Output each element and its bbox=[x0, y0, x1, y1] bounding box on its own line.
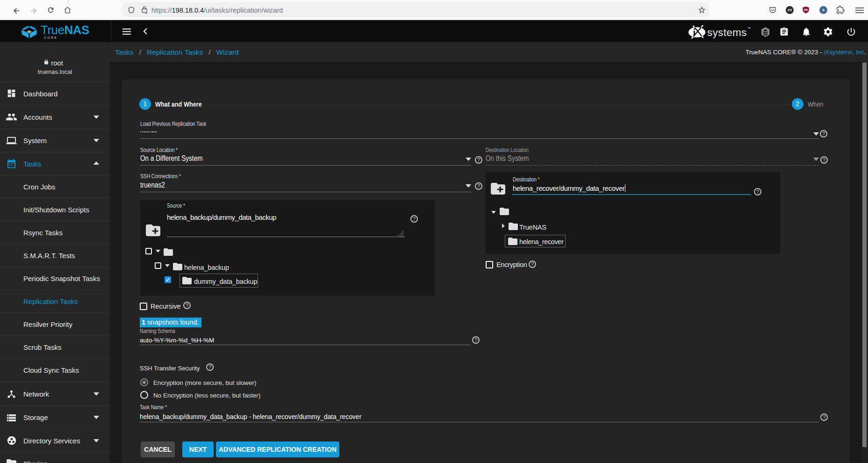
svg-text:i: i bbox=[693, 27, 696, 37]
svg-text:systems: systems bbox=[707, 27, 747, 38]
svg-text:™: ™ bbox=[747, 27, 751, 30]
svg-text:uo: uo bbox=[804, 8, 808, 11]
